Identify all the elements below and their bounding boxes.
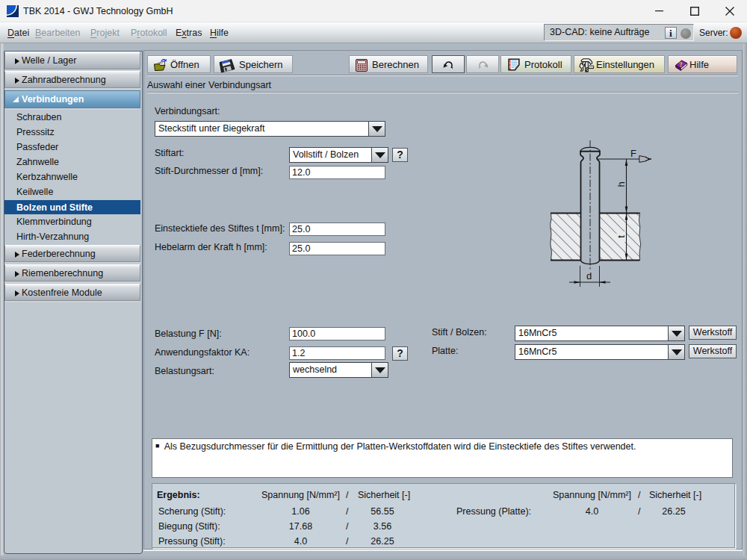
svg-text:F: F [630,148,636,159]
svg-text:t: t [616,235,627,238]
svg-text:h: h [616,181,627,187]
svg-text:d: d [586,270,592,281]
